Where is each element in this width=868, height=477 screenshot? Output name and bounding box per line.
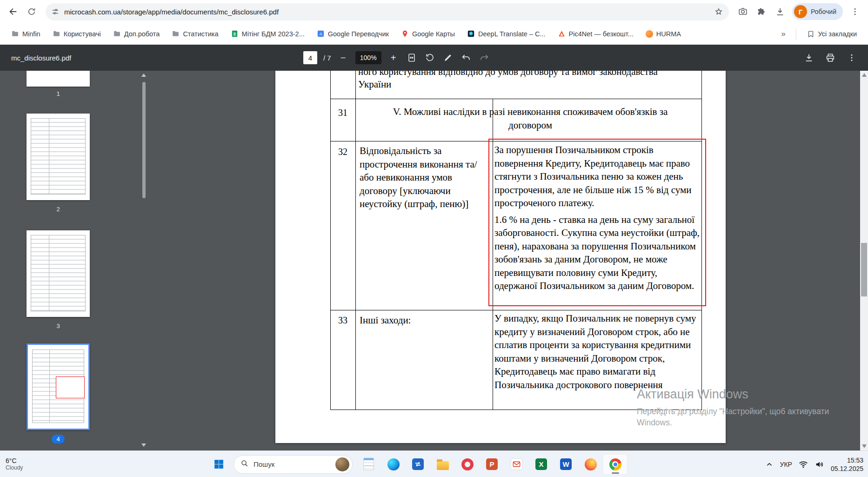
row-number: 31	[330, 106, 355, 120]
hurma-icon	[646, 30, 653, 38]
deepl-icon	[467, 30, 475, 38]
fit-page-icon[interactable]	[406, 52, 418, 64]
zoom-level[interactable]: 100%	[355, 51, 381, 64]
weather-temperature: 6°C	[6, 457, 23, 464]
edge-icon	[387, 458, 400, 470]
page-number-input[interactable]: 4	[303, 51, 317, 64]
thumbnail-highlight-mark	[56, 376, 85, 398]
taskbar-app-chrome[interactable]	[603, 454, 628, 475]
zoom-in-button[interactable]: +	[387, 52, 400, 64]
undo-icon[interactable]	[460, 52, 472, 64]
bookmark-minfin[interactable]: Minfin	[7, 27, 45, 40]
browser-menu-button[interactable]	[847, 3, 863, 20]
page-thumbnail-1[interactable]	[27, 71, 90, 87]
taskbar-app-excel[interactable]: X	[529, 454, 554, 475]
table-border	[330, 71, 331, 410]
taskbar-app-word[interactable]: W	[554, 454, 578, 475]
network-icon[interactable]	[798, 459, 808, 470]
start-button[interactable]	[207, 454, 230, 475]
bookmark-star-icon[interactable]	[714, 7, 723, 16]
avatar: Г	[794, 5, 807, 18]
page-thumbnail-3[interactable]	[27, 230, 90, 317]
language-indicator[interactable]: УКР	[780, 461, 792, 468]
remote-tool-icon	[412, 458, 424, 470]
bookmark-statistics[interactable]: Статистика	[167, 27, 223, 40]
annotate-pen-icon[interactable]	[442, 52, 454, 64]
translate-icon: A	[317, 30, 325, 38]
volume-icon[interactable]	[815, 459, 825, 470]
folder-icon	[113, 30, 121, 38]
thumbnail-content	[31, 118, 86, 195]
search-placeholder: Пошук	[254, 460, 331, 468]
profile-name: Робочий	[811, 8, 836, 15]
clock[interactable]: 15:53 05.12.2025	[831, 456, 863, 473]
pdf-toolbar-right	[803, 52, 858, 64]
bookmark-meeting-sheet[interactable]: Мітінг БДМ 2023-2...	[226, 27, 309, 40]
taskbar-app-notepad[interactable]	[356, 454, 381, 475]
bookmark-hurma[interactable]: HURMA	[641, 28, 686, 40]
download-icon[interactable]	[803, 52, 815, 64]
taskbar-app-remote-tool[interactable]	[406, 454, 430, 475]
site-settings-icon[interactable]	[51, 7, 60, 16]
extensions-button[interactable]	[753, 3, 770, 20]
opera-icon	[461, 458, 474, 470]
sidebar-scrollbar-thumb[interactable]	[142, 82, 146, 198]
screenshot-camera-button[interactable]	[734, 3, 751, 20]
taskbar-search[interactable]: Пошук	[234, 455, 353, 474]
bookmark-google-translate[interactable]: A Google Переводчик	[312, 27, 394, 40]
tray-date: 05.12.2025	[831, 464, 863, 473]
taskbar-app-mail[interactable]	[504, 454, 529, 475]
taskbar-app-powerpoint[interactable]: P	[480, 454, 504, 475]
scroll-up-arrow[interactable]	[141, 74, 146, 77]
screen: microcash.com.ua/storage/app/media/docum…	[0, 0, 868, 477]
weather-widget[interactable]: 6°C Cloudy	[6, 457, 23, 471]
top-line: України	[358, 78, 391, 91]
download-icon	[775, 7, 785, 17]
watermark-text: Перейдіть до розділу "Настройки", щоб ак…	[637, 406, 829, 417]
redo-icon[interactable]	[478, 52, 490, 64]
profile-chip[interactable]: Г Робочий	[792, 3, 843, 20]
browser-toolbar: microcash.com.ua/storage/app/media/docum…	[0, 0, 868, 23]
page-scrollbar[interactable]	[860, 71, 868, 450]
mail-icon	[511, 458, 522, 470]
bookmark-pic4net[interactable]: Pic4Net — безкошт...	[553, 27, 638, 40]
bookmarks-overflow-chevron[interactable]: »	[776, 29, 790, 39]
refresh-button[interactable]	[23, 3, 40, 20]
more-menu-icon[interactable]	[846, 52, 858, 64]
page-scrollbar-thumb[interactable]	[861, 243, 867, 296]
bookmark-extra-work[interactable]: Доп.робота	[108, 27, 165, 40]
rotate-icon[interactable]	[424, 52, 436, 64]
taskbar-app-firefox[interactable]	[578, 454, 603, 475]
scroll-down-arrow[interactable]	[862, 444, 867, 448]
taskbar-app-file-explorer[interactable]	[430, 454, 455, 475]
highlight-annotation	[488, 139, 706, 306]
tray-chevron-icon[interactable]	[765, 460, 774, 469]
bookmark-users[interactable]: Користувачі	[48, 27, 106, 40]
print-icon[interactable]	[824, 52, 836, 64]
url-bar[interactable]: microcash.com.ua/storage/app/media/docum…	[46, 3, 729, 20]
sidebar-scrollbar[interactable]	[141, 73, 147, 448]
zoom-out-button[interactable]: −	[337, 52, 349, 64]
scroll-up-arrow[interactable]	[862, 73, 867, 77]
downloads-button[interactable]	[772, 3, 788, 20]
bookmark-deepl[interactable]: DeepL Translate – С...	[462, 27, 550, 40]
pdf-toolbar-center: 4 / 7 − 100% +	[303, 51, 490, 64]
camera-icon	[738, 7, 748, 17]
pdf-viewer: 1 2 3 4 ного корист	[0, 71, 868, 450]
pdf-filename: mc_disclosure6.pdf	[11, 54, 71, 62]
page-thumbnail-2[interactable]	[27, 114, 90, 200]
bookmark-google-maps[interactable]: Google Карты	[396, 27, 460, 40]
folder-icon	[172, 30, 180, 38]
back-button[interactable]	[5, 3, 21, 20]
thumbnail-content	[31, 235, 86, 311]
folder-icon	[53, 30, 60, 38]
weather-condition: Cloudy	[6, 464, 23, 471]
bookmark-label: Користувачі	[64, 30, 101, 38]
row-number: 33	[330, 314, 355, 327]
all-bookmarks-button[interactable]: Усі закладки	[802, 27, 861, 40]
page-thumbnail-4-selected[interactable]	[27, 343, 90, 430]
scroll-down-arrow[interactable]	[141, 443, 146, 447]
taskbar-app-edge[interactable]	[381, 454, 406, 475]
taskbar: 6°C Cloudy Пошук P	[0, 450, 868, 477]
taskbar-app-opera[interactable]	[455, 454, 480, 475]
